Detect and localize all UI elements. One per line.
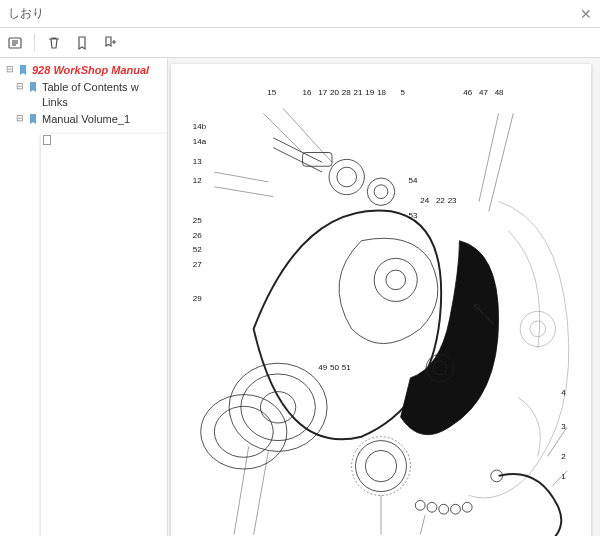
bookmark-icon xyxy=(17,64,29,76)
svg-point-18 xyxy=(367,178,394,205)
callout-number: 27 xyxy=(193,260,202,269)
svg-line-22 xyxy=(273,148,322,173)
callout-number: 3 xyxy=(561,422,565,431)
toolbar xyxy=(0,28,600,58)
tree-item-label: Manual Volume_1 xyxy=(42,112,165,127)
svg-point-11 xyxy=(229,363,327,451)
callout-number: 31 xyxy=(467,294,476,303)
svg-line-51 xyxy=(420,515,425,535)
callout-number: 46 xyxy=(463,88,472,97)
svg-point-36 xyxy=(451,504,461,514)
callout-number: 49 xyxy=(318,363,327,372)
panel-title: しおり xyxy=(8,5,44,22)
callout-number: 53 xyxy=(408,211,417,220)
svg-point-25 xyxy=(356,441,407,492)
tree-root-label: 928 WorkShop Manual xyxy=(32,63,165,78)
collapse-icon[interactable]: ⊟ xyxy=(6,63,16,75)
callout-number: 48 xyxy=(495,88,504,97)
svg-line-48 xyxy=(234,447,249,535)
callout-number: 15 xyxy=(267,88,276,97)
bookmarks-sidebar[interactable]: ⊟ 928 WorkShop Manual ⊟Table of Contents… xyxy=(0,58,168,536)
add-child-bookmark-icon[interactable] xyxy=(101,34,119,52)
callout-number: 16 xyxy=(303,88,312,97)
callout-number: 28 xyxy=(342,88,351,97)
tree-item[interactable]: ⊟Manual Volume_1 xyxy=(2,111,165,128)
callout-number: 18 xyxy=(377,88,386,97)
callout-number: 12 xyxy=(193,176,202,185)
callout-number: 24 xyxy=(420,196,429,205)
callout-number: 17 xyxy=(318,88,327,97)
document-viewport[interactable]: 1516172028211918546474814b14a13122526522… xyxy=(168,58,600,536)
svg-line-40 xyxy=(263,113,302,152)
svg-point-26 xyxy=(365,450,396,481)
callout-number: 52 xyxy=(193,245,202,254)
svg-point-16 xyxy=(329,159,364,194)
callout-number: 22 xyxy=(436,196,445,205)
svg-line-41 xyxy=(283,108,332,162)
callout-number: 32 xyxy=(448,373,457,382)
svg-point-35 xyxy=(439,504,449,514)
tree-item-label: Table of Contents w Links xyxy=(42,80,165,110)
callout-number: 14a xyxy=(193,137,206,146)
svg-point-17 xyxy=(337,167,357,187)
tree-subitem[interactable]: "Super" TOC.. Repair Groups xyxy=(2,127,165,536)
diagram-svg xyxy=(185,78,577,536)
add-bookmark-icon[interactable] xyxy=(73,34,91,52)
bookmark-icon xyxy=(27,113,39,125)
trash-icon[interactable] xyxy=(45,34,63,52)
svg-point-30 xyxy=(520,311,555,346)
callout-number: 47 xyxy=(479,88,488,97)
tree-item[interactable]: ⊟Table of Contents w Links xyxy=(2,79,165,111)
collapse-icon[interactable]: ⊟ xyxy=(16,112,26,124)
svg-point-37 xyxy=(462,502,472,512)
svg-point-19 xyxy=(374,185,388,199)
outline-options-icon[interactable] xyxy=(6,34,24,52)
tree-root[interactable]: ⊟ 928 WorkShop Manual xyxy=(2,62,165,79)
bookmark-icon xyxy=(27,81,39,93)
svg-line-42 xyxy=(214,172,268,182)
callout-number: 4 xyxy=(561,388,565,397)
callout-number: 5 xyxy=(401,88,405,97)
callout-number: 33 xyxy=(448,358,457,367)
callout-number: 29 xyxy=(193,294,202,303)
page-icon xyxy=(41,134,168,536)
svg-line-45 xyxy=(489,113,514,211)
callout-number: 1 xyxy=(561,472,565,481)
svg-point-31 xyxy=(530,321,546,337)
svg-rect-4 xyxy=(44,136,51,145)
svg-point-34 xyxy=(427,502,437,512)
svg-line-44 xyxy=(479,113,499,201)
callout-number: 20 xyxy=(330,88,339,97)
callout-number: 13 xyxy=(193,157,202,166)
callout-number: 50 xyxy=(330,363,339,372)
callout-number: 51 xyxy=(342,363,351,372)
document-page: 1516172028211918546474814b14a13122526522… xyxy=(171,64,591,536)
svg-line-21 xyxy=(273,138,322,163)
svg-line-43 xyxy=(214,187,273,197)
exploded-parts-diagram: 1516172028211918546474814b14a13122526522… xyxy=(185,78,577,536)
svg-point-33 xyxy=(415,500,425,510)
svg-point-24 xyxy=(386,270,406,290)
callout-number: 6 xyxy=(483,309,487,318)
callout-number: 54 xyxy=(408,176,417,185)
callout-number: 25 xyxy=(193,216,202,225)
callout-number: 21 xyxy=(354,88,363,97)
callout-number: 30 xyxy=(448,344,457,353)
callout-number: 26 xyxy=(193,231,202,240)
main-area: ⊟ 928 WorkShop Manual ⊟Table of Contents… xyxy=(0,58,600,536)
callout-number: 19 xyxy=(365,88,374,97)
collapse-icon[interactable]: ⊟ xyxy=(16,80,26,92)
top-bar: しおり ✕ xyxy=(0,0,600,28)
svg-point-15 xyxy=(214,406,273,457)
close-icon[interactable]: ✕ xyxy=(580,6,592,22)
svg-point-23 xyxy=(374,258,417,301)
callout-number: 23 xyxy=(448,196,457,205)
svg-point-14 xyxy=(201,395,287,469)
callout-number: 14b xyxy=(193,122,206,131)
separator xyxy=(34,34,35,52)
svg-point-27 xyxy=(352,437,411,496)
callout-number: 2 xyxy=(561,452,565,461)
svg-line-49 xyxy=(254,451,269,534)
